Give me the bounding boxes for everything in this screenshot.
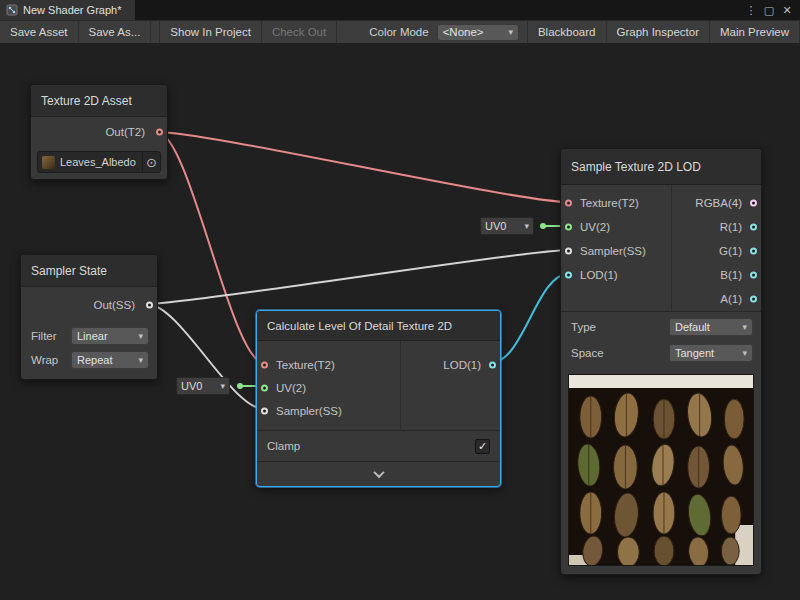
texture-input-label: Texture(T2) xyxy=(580,197,639,209)
lod-input-port[interactable] xyxy=(565,272,572,279)
lod-output-port[interactable] xyxy=(489,361,496,368)
chevron-down-icon: ▾ xyxy=(138,355,143,365)
save-as-button[interactable]: Save As... xyxy=(79,21,152,43)
texture-object-value: Leaves_Albedo xyxy=(60,156,137,168)
texture-input-label: Texture(T2) xyxy=(276,359,335,371)
texture-2d-asset-node[interactable]: Texture 2D Asset Out(T2) Leaves_Albedo ⊙ xyxy=(30,84,168,180)
wrap-value: Repeat xyxy=(77,354,112,366)
node-preview-image xyxy=(568,374,754,566)
out-t2-port[interactable] xyxy=(156,129,163,136)
sample-output-column: RGBA(4) R(1) G(1) B(1) xyxy=(671,185,761,311)
out-ss-label: Out(SS) xyxy=(93,299,135,311)
sampler-input-label: Sampler(SS) xyxy=(580,245,646,257)
check-out-button[interactable]: Check Out xyxy=(262,21,337,43)
wrap-label: Wrap xyxy=(31,354,58,366)
out-ss-port[interactable] xyxy=(146,302,153,309)
node-title: Texture 2D Asset xyxy=(41,94,132,108)
rgba-output-label: RGBA(4) xyxy=(695,197,742,209)
chevron-down-icon: ▾ xyxy=(220,381,225,391)
calc-output-column: LOD(1) xyxy=(400,341,500,430)
shader-graph-window: New Shader Graph* ⋮ ▢ ✕ Save Asset Save … xyxy=(0,0,800,600)
space-label: Space xyxy=(571,347,604,359)
main-preview-toggle-button[interactable]: Main Preview xyxy=(710,21,800,43)
title-bar: New Shader Graph* ⋮ ▢ ✕ xyxy=(0,0,800,20)
node-title: Calculate Level Of Detail Texture 2D xyxy=(267,320,452,332)
space-dropdown[interactable]: Tangent ▾ xyxy=(669,344,753,362)
lod-input-label: LOD(1) xyxy=(580,269,618,281)
texture-input-port[interactable] xyxy=(261,361,268,368)
clamp-label: Clamp xyxy=(267,440,300,452)
sample-texture-2d-lod-node[interactable]: Sample Texture 2D LOD Texture(T2) UV(2) … xyxy=(560,148,762,575)
color-mode-dropdown[interactable]: <None> ▾ xyxy=(437,24,519,41)
wrap-dropdown[interactable]: Repeat ▾ xyxy=(71,351,149,369)
b-output-label: B(1) xyxy=(720,269,742,281)
toolbar-right-group: Blackboard Graph Inspector Main Preview xyxy=(519,21,800,43)
uv-channel-value: UV0 xyxy=(181,380,202,392)
chevron-down-icon: ▾ xyxy=(742,348,747,358)
edge-texture-to-sample[interactable] xyxy=(157,132,568,202)
maximize-icon[interactable]: ▢ xyxy=(760,4,778,17)
texture-input-port[interactable] xyxy=(565,200,572,207)
r-output-label: R(1) xyxy=(720,221,742,233)
graph-toolbar: Save Asset Save As... Show In Project Ch… xyxy=(0,20,800,44)
a-output-port[interactable] xyxy=(750,296,757,303)
kebab-menu-icon[interactable]: ⋮ xyxy=(742,4,760,17)
b-output-port[interactable] xyxy=(750,272,757,279)
space-value: Tangent xyxy=(675,347,714,359)
chevron-down-icon: ▾ xyxy=(138,331,143,341)
uv0-top-port[interactable] xyxy=(540,223,546,229)
a-output-label: A(1) xyxy=(720,293,742,305)
type-dropdown[interactable]: Default ▾ xyxy=(669,318,753,336)
uv0-bottom-port[interactable] xyxy=(237,383,243,389)
node-title: Sampler State xyxy=(31,264,107,278)
type-label: Type xyxy=(571,321,596,333)
shader-graph-icon xyxy=(6,4,18,16)
uv-input-port[interactable] xyxy=(261,384,268,391)
g-output-label: G(1) xyxy=(719,245,742,257)
filter-dropdown[interactable]: Linear ▾ xyxy=(71,327,149,345)
graph-inspector-toggle-button[interactable]: Graph Inspector xyxy=(607,21,710,43)
r-output-port[interactable] xyxy=(750,224,757,231)
calculate-lod-node[interactable]: Calculate Level Of Detail Texture 2D Tex… xyxy=(256,310,501,487)
show-in-project-button[interactable]: Show In Project xyxy=(159,21,262,43)
uv-channel-dropdown-sample[interactable]: UV0 ▾ xyxy=(480,217,534,235)
filter-label: Filter xyxy=(31,330,57,342)
chevron-down-icon: ▾ xyxy=(524,221,529,231)
g-output-port[interactable] xyxy=(750,248,757,255)
chevron-down-icon xyxy=(373,467,384,478)
lod-output-label: LOD(1) xyxy=(443,359,481,371)
uv-input-label: UV(2) xyxy=(580,221,610,233)
window-title: New Shader Graph* xyxy=(23,4,121,16)
window-controls: ⋮ ▢ ✕ xyxy=(742,4,800,17)
window-tab[interactable]: New Shader Graph* xyxy=(0,0,135,20)
out-t2-label: Out(T2) xyxy=(105,126,145,138)
edge-lod-to-sample[interactable] xyxy=(491,274,568,363)
texture-object-field[interactable]: Leaves_Albedo ⊙ xyxy=(37,151,161,173)
chevron-down-icon: ▾ xyxy=(508,27,513,37)
edge-sampler-to-sample[interactable] xyxy=(147,250,568,304)
color-mode-label: Color Mode xyxy=(337,21,436,43)
save-asset-button[interactable]: Save Asset xyxy=(0,21,79,43)
color-mode-value: <None> xyxy=(443,26,484,38)
edge-texture-to-calc[interactable] xyxy=(157,132,264,363)
uv-input-port[interactable] xyxy=(565,224,572,231)
blackboard-toggle-button[interactable]: Blackboard xyxy=(527,21,607,43)
collapse-node-button[interactable] xyxy=(257,462,500,486)
type-value: Default xyxy=(675,321,710,333)
uv-channel-value: UV0 xyxy=(485,220,506,232)
uv-channel-dropdown-calc[interactable]: UV0 ▾ xyxy=(176,377,230,395)
uv-input-label: UV(2) xyxy=(276,382,306,394)
graph-canvas[interactable]: Texture 2D Asset Out(T2) Leaves_Albedo ⊙… xyxy=(0,44,800,600)
object-picker-icon[interactable]: ⊙ xyxy=(142,152,160,172)
texture-thumbnail-icon xyxy=(42,156,55,169)
filter-value: Linear xyxy=(77,330,108,342)
check-icon: ✓ xyxy=(478,441,487,452)
node-title: Sample Texture 2D LOD xyxy=(571,160,701,174)
close-icon[interactable]: ✕ xyxy=(778,4,796,17)
sampler-input-port[interactable] xyxy=(261,407,268,414)
rgba-output-port[interactable] xyxy=(750,200,757,207)
sampler-state-node[interactable]: Sampler State Out(SS) Filter Linear ▾ Wr… xyxy=(20,254,158,380)
sampler-input-port[interactable] xyxy=(565,248,572,255)
clamp-checkbox[interactable]: ✓ xyxy=(475,439,490,454)
sampler-input-label: Sampler(SS) xyxy=(276,405,342,417)
